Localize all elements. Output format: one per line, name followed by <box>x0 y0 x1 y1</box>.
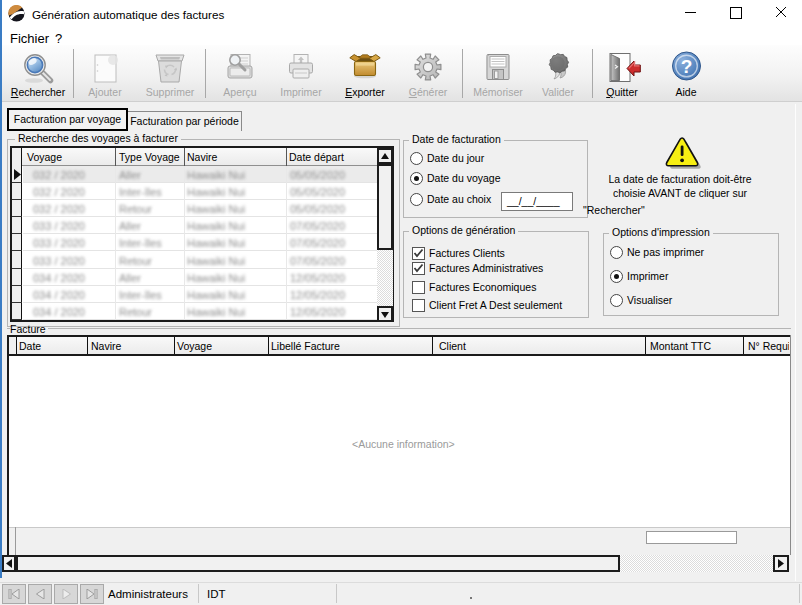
svg-text:?: ? <box>681 56 693 77</box>
